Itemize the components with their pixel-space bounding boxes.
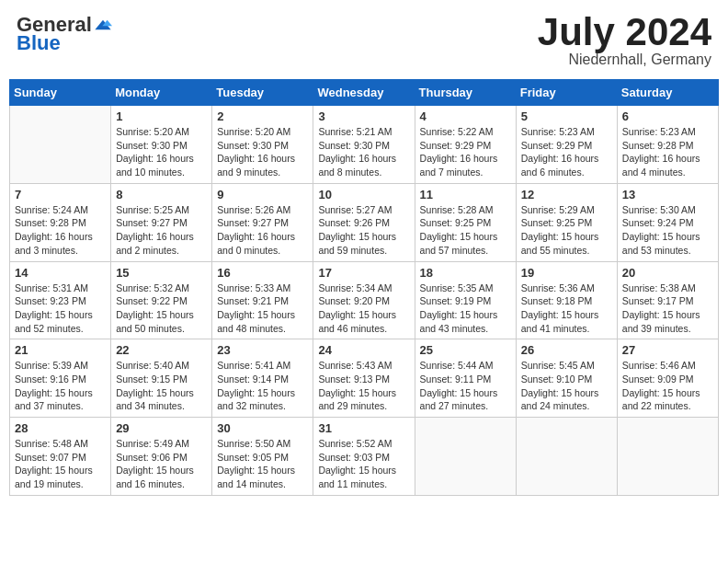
day-number: 2	[217, 109, 308, 123]
cell-info: Sunrise: 5:33 AMSunset: 9:21 PMDaylight:…	[217, 282, 308, 336]
day-number: 31	[318, 421, 409, 435]
weekday-header-saturday: Saturday	[617, 80, 718, 106]
cell-info: Sunrise: 5:44 AMSunset: 9:11 PMDaylight:…	[420, 359, 511, 413]
weekday-header-friday: Friday	[516, 80, 617, 106]
page-header: General Blue July 2024 Niedernhall, Germ…	[9, 9, 719, 72]
calendar-cell: 29Sunrise: 5:49 AMSunset: 9:06 PMDayligh…	[111, 418, 212, 496]
weekday-header-wednesday: Wednesday	[313, 80, 415, 106]
cell-info: Sunrise: 5:50 AMSunset: 9:05 PMDaylight:…	[217, 437, 308, 491]
calendar-cell: 30Sunrise: 5:50 AMSunset: 9:05 PMDayligh…	[212, 418, 313, 496]
weekday-header-sunday: Sunday	[10, 80, 111, 106]
calendar-cell: 8Sunrise: 5:25 AMSunset: 9:27 PMDaylight…	[111, 183, 212, 261]
cell-info: Sunrise: 5:23 AMSunset: 9:29 PMDaylight:…	[521, 125, 612, 179]
calendar: SundayMondayTuesdayWednesdayThursdayFrid…	[9, 79, 719, 496]
month-title: July 2024	[538, 13, 711, 52]
cell-info: Sunrise: 5:29 AMSunset: 9:25 PMDaylight:…	[521, 203, 612, 258]
calendar-week-row: 7Sunrise: 5:24 AMSunset: 9:28 PMDaylight…	[10, 183, 719, 261]
cell-info: Sunrise: 5:28 AMSunset: 9:25 PMDaylight:…	[420, 203, 511, 258]
day-number: 1	[116, 109, 207, 123]
day-number: 17	[318, 266, 409, 280]
calendar-cell: 19Sunrise: 5:36 AMSunset: 9:18 PMDayligh…	[516, 261, 617, 339]
calendar-cell: 9Sunrise: 5:26 AMSunset: 9:27 PMDaylight…	[212, 183, 313, 261]
day-number: 27	[622, 343, 713, 357]
day-number: 29	[116, 421, 207, 435]
cell-info: Sunrise: 5:39 AMSunset: 9:16 PMDaylight:…	[15, 359, 106, 413]
weekday-header-thursday: Thursday	[415, 80, 516, 106]
day-number: 25	[420, 343, 511, 357]
cell-info: Sunrise: 5:49 AMSunset: 9:06 PMDaylight:…	[116, 437, 207, 491]
cell-info: Sunrise: 5:46 AMSunset: 9:09 PMDaylight:…	[622, 359, 713, 413]
weekday-header-tuesday: Tuesday	[212, 80, 313, 106]
day-number: 9	[217, 188, 308, 201]
day-number: 14	[15, 266, 106, 280]
calendar-cell: 26Sunrise: 5:45 AMSunset: 9:10 PMDayligh…	[516, 339, 617, 418]
cell-info: Sunrise: 5:48 AMSunset: 9:07 PMDaylight:…	[15, 437, 106, 491]
day-number: 4	[420, 109, 511, 123]
calendar-cell: 21Sunrise: 5:39 AMSunset: 9:16 PMDayligh…	[10, 339, 111, 418]
cell-info: Sunrise: 5:21 AMSunset: 9:30 PMDaylight:…	[318, 125, 409, 179]
calendar-cell: 11Sunrise: 5:28 AMSunset: 9:25 PMDayligh…	[415, 183, 516, 261]
calendar-cell: 13Sunrise: 5:30 AMSunset: 9:24 PMDayligh…	[617, 183, 718, 261]
cell-info: Sunrise: 5:36 AMSunset: 9:18 PMDaylight:…	[521, 282, 612, 336]
day-number: 30	[217, 421, 308, 435]
cell-info: Sunrise: 5:22 AMSunset: 9:29 PMDaylight:…	[420, 125, 511, 179]
day-number: 20	[622, 266, 713, 280]
calendar-week-row: 28Sunrise: 5:48 AMSunset: 9:07 PMDayligh…	[10, 418, 719, 496]
calendar-cell: 20Sunrise: 5:38 AMSunset: 9:17 PMDayligh…	[617, 261, 718, 339]
logo-icon	[94, 16, 112, 34]
calendar-cell: 4Sunrise: 5:22 AMSunset: 9:29 PMDaylight…	[415, 106, 516, 184]
calendar-cell: 28Sunrise: 5:48 AMSunset: 9:07 PMDayligh…	[10, 418, 111, 496]
calendar-cell: 17Sunrise: 5:34 AMSunset: 9:20 PMDayligh…	[313, 261, 415, 339]
day-number: 22	[116, 343, 207, 357]
calendar-cell: 22Sunrise: 5:40 AMSunset: 9:15 PMDayligh…	[111, 339, 212, 418]
calendar-cell: 16Sunrise: 5:33 AMSunset: 9:21 PMDayligh…	[212, 261, 313, 339]
day-number: 10	[318, 188, 409, 201]
cell-info: Sunrise: 5:27 AMSunset: 9:26 PMDaylight:…	[318, 203, 409, 258]
title-area: July 2024 Niedernhall, Germany	[538, 13, 711, 68]
day-number: 5	[521, 109, 612, 123]
calendar-cell: 2Sunrise: 5:20 AMSunset: 9:30 PMDaylight…	[212, 106, 313, 184]
calendar-cell	[415, 418, 516, 496]
calendar-cell: 23Sunrise: 5:41 AMSunset: 9:14 PMDayligh…	[212, 339, 313, 418]
calendar-cell: 27Sunrise: 5:46 AMSunset: 9:09 PMDayligh…	[617, 339, 718, 418]
day-number: 18	[420, 266, 511, 280]
cell-info: Sunrise: 5:24 AMSunset: 9:28 PMDaylight:…	[15, 203, 106, 258]
cell-info: Sunrise: 5:31 AMSunset: 9:23 PMDaylight:…	[15, 282, 106, 336]
cell-info: Sunrise: 5:41 AMSunset: 9:14 PMDaylight:…	[217, 359, 308, 413]
weekday-header-monday: Monday	[111, 80, 212, 106]
day-number: 19	[521, 266, 612, 280]
cell-info: Sunrise: 5:20 AMSunset: 9:30 PMDaylight:…	[116, 125, 207, 179]
cell-info: Sunrise: 5:30 AMSunset: 9:24 PMDaylight:…	[622, 203, 713, 258]
logo-blue-text: Blue	[17, 31, 61, 55]
logo: General Blue	[17, 13, 112, 55]
calendar-cell: 12Sunrise: 5:29 AMSunset: 9:25 PMDayligh…	[516, 183, 617, 261]
calendar-cell: 5Sunrise: 5:23 AMSunset: 9:29 PMDaylight…	[516, 106, 617, 184]
cell-info: Sunrise: 5:40 AMSunset: 9:15 PMDaylight:…	[116, 359, 207, 413]
cell-info: Sunrise: 5:43 AMSunset: 9:13 PMDaylight:…	[318, 359, 409, 413]
day-number: 16	[217, 266, 308, 280]
calendar-cell: 1Sunrise: 5:20 AMSunset: 9:30 PMDaylight…	[111, 106, 212, 184]
calendar-cell: 24Sunrise: 5:43 AMSunset: 9:13 PMDayligh…	[313, 339, 415, 418]
calendar-cell: 14Sunrise: 5:31 AMSunset: 9:23 PMDayligh…	[10, 261, 111, 339]
cell-info: Sunrise: 5:35 AMSunset: 9:19 PMDaylight:…	[420, 282, 511, 336]
calendar-cell	[10, 106, 111, 184]
calendar-cell: 7Sunrise: 5:24 AMSunset: 9:28 PMDaylight…	[10, 183, 111, 261]
calendar-cell: 3Sunrise: 5:21 AMSunset: 9:30 PMDaylight…	[313, 106, 415, 184]
day-number: 11	[420, 188, 511, 201]
location: Niedernhall, Germany	[538, 52, 711, 68]
calendar-week-row: 14Sunrise: 5:31 AMSunset: 9:23 PMDayligh…	[10, 261, 719, 339]
calendar-cell	[617, 418, 718, 496]
day-number: 28	[15, 421, 106, 435]
cell-info: Sunrise: 5:26 AMSunset: 9:27 PMDaylight:…	[217, 203, 308, 258]
calendar-cell: 31Sunrise: 5:52 AMSunset: 9:03 PMDayligh…	[313, 418, 415, 496]
cell-info: Sunrise: 5:38 AMSunset: 9:17 PMDaylight:…	[622, 282, 713, 336]
day-number: 15	[116, 266, 207, 280]
calendar-cell: 18Sunrise: 5:35 AMSunset: 9:19 PMDayligh…	[415, 261, 516, 339]
cell-info: Sunrise: 5:34 AMSunset: 9:20 PMDaylight:…	[318, 282, 409, 336]
cell-info: Sunrise: 5:20 AMSunset: 9:30 PMDaylight:…	[217, 125, 308, 179]
day-number: 13	[622, 188, 713, 201]
calendar-cell	[516, 418, 617, 496]
cell-info: Sunrise: 5:23 AMSunset: 9:28 PMDaylight:…	[622, 125, 713, 179]
weekday-header-row: SundayMondayTuesdayWednesdayThursdayFrid…	[10, 80, 719, 106]
day-number: 8	[116, 188, 207, 201]
